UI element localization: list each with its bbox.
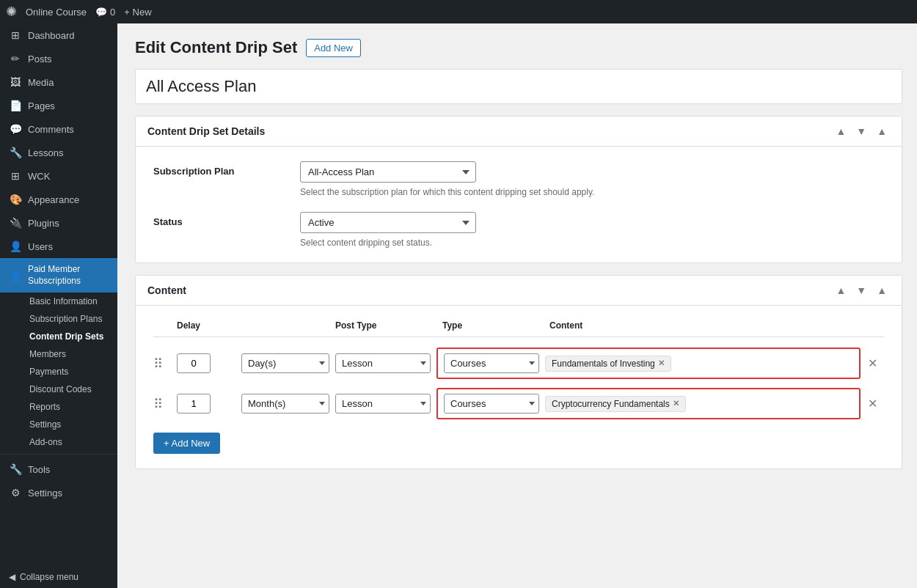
content-col-1: Fundamentals of Investing ✕: [545, 356, 853, 372]
submenu-reports[interactable]: Reports: [21, 398, 117, 416]
post-type-1: Lesson Post Page: [335, 353, 431, 373]
site-name[interactable]: Online Course: [26, 7, 87, 18]
type-content-highlight-2: Courses Categories Tags Cryptocurrency F…: [436, 388, 861, 419]
add-new-row-button[interactable]: + Add New: [153, 433, 220, 454]
submenu-subscription-plans[interactable]: Subscription Plans: [21, 310, 117, 328]
status-help: Select content dripping set status.: [300, 238, 884, 248]
submenu-add-ons[interactable]: Add-ons: [21, 433, 117, 451]
top-bar: ✺ Online Course 💬 0 + New: [0, 0, 917, 23]
drag-handle-1[interactable]: ⠿: [153, 357, 171, 370]
sidebar-label: Posts: [28, 54, 52, 65]
content-panel-down-button[interactable]: ▼: [853, 283, 869, 298]
pages-icon: 📄: [9, 100, 22, 111]
status-select[interactable]: Active Inactive: [300, 212, 476, 233]
collapse-label: Collapse menu: [20, 572, 78, 582]
type-select-1[interactable]: Courses Categories Tags: [444, 353, 539, 373]
sidebar-item-settings[interactable]: ⚙ Settings: [0, 481, 117, 504]
collapse-menu[interactable]: ◀ Collapse menu: [0, 566, 117, 588]
sidebar-label: Users: [28, 241, 53, 252]
details-panel: Content Drip Set Details ▲ ▼ ▲ Subscript…: [135, 116, 902, 263]
subscription-plan-control: All-Access Plan Basic Plan Premium Plan …: [300, 161, 884, 197]
tools-icon: 🔧: [9, 463, 22, 475]
delay-unit-select-2[interactable]: Day(s) Month(s) Year(s): [241, 394, 329, 414]
panel-close-button[interactable]: ▲: [874, 124, 890, 139]
sidebar-item-pages[interactable]: 📄 Pages: [0, 94, 117, 117]
submenu-content-drip-sets[interactable]: Content Drip Sets: [21, 328, 117, 345]
content-tag-1: Fundamentals of Investing ✕: [545, 356, 671, 372]
content-panel-up-button[interactable]: ▲: [833, 283, 849, 298]
sidebar-label: WCK: [28, 171, 50, 182]
type-content-highlight-1: Courses Categories Tags Fundamentals of …: [436, 348, 861, 379]
sidebar-item-wck[interactable]: ⊞ WCK: [0, 164, 117, 188]
status-label: Status: [153, 212, 300, 248]
wp-logo-icon[interactable]: ✺: [6, 4, 17, 20]
posts-icon: ✏: [9, 53, 22, 65]
sidebar-label: Lessons: [28, 147, 63, 158]
sidebar-label: Settings: [28, 488, 62, 499]
appearance-icon: 🎨: [9, 194, 22, 205]
paid-member-submenu: Basic Information Subscription Plans Con…: [0, 293, 117, 451]
sidebar-item-posts[interactable]: ✏ Posts: [0, 47, 117, 70]
type-select-2[interactable]: Courses Categories Tags: [444, 394, 539, 414]
new-link[interactable]: + New: [124, 7, 151, 18]
sidebar-item-media[interactable]: 🖼 Media: [0, 70, 117, 94]
day-unit-2: Day(s) Month(s) Year(s): [241, 394, 329, 414]
delay-unit-select-1[interactable]: Day(s) Month(s) Year(s): [241, 353, 329, 373]
sidebar-item-lessons[interactable]: 🔧 Lessons: [0, 141, 117, 164]
submenu-members[interactable]: Members: [21, 345, 117, 363]
status-control: Active Inactive Select content dripping …: [300, 212, 884, 248]
sidebar-item-users[interactable]: 👤 Users: [0, 235, 117, 258]
type-col-1: Courses Categories Tags: [444, 353, 539, 373]
settings-icon: ⚙: [9, 487, 22, 499]
submenu-basic-information[interactable]: Basic Information: [21, 293, 117, 310]
delete-row-2-button[interactable]: ✕: [866, 395, 879, 412]
sidebar-item-comments[interactable]: 💬 Comments: [0, 117, 117, 141]
content-tag-remove-1[interactable]: ✕: [658, 359, 665, 368]
content-tag-label-2: Cryptocurrency Fundamentals: [552, 399, 670, 409]
plugins-icon: 🔌: [9, 217, 22, 229]
sidebar-label: Media: [28, 77, 54, 88]
layout: ⊞ Dashboard ✏ Posts 🖼 Media 📄 Pages 💬 Co…: [0, 23, 917, 588]
sidebar-label: Dashboard: [28, 30, 75, 41]
collapse-icon: ◀: [9, 572, 15, 582]
sidebar-item-plugins[interactable]: 🔌 Plugins: [0, 211, 117, 235]
content-tag-2: Cryptocurrency Fundamentals ✕: [545, 396, 686, 412]
delay-input-2[interactable]: [177, 394, 211, 414]
sidebar-item-appearance[interactable]: 🎨 Appearance: [0, 188, 117, 211]
content-row-1: ⠿ Day(s) Month(s) Year(s): [153, 343, 884, 383]
delete-col-2: ✕: [866, 395, 884, 412]
content-col-2: Cryptocurrency Fundamentals ✕: [545, 396, 853, 412]
sidebar-item-paid-member[interactable]: 👤 Paid MemberSubscriptions: [0, 258, 117, 293]
content-panel-close-button[interactable]: ▲: [874, 283, 890, 298]
page-header: Edit Content Drip Set Add New: [135, 38, 902, 57]
main-content: Edit Content Drip Set Add New Content Dr…: [117, 23, 917, 588]
post-type-select-1[interactable]: Lesson Post Page: [335, 353, 431, 373]
content-tag-remove-2[interactable]: ✕: [673, 399, 679, 408]
submenu-payments[interactable]: Payments: [21, 363, 117, 381]
subscription-plan-select[interactable]: All-Access Plan Basic Plan Premium Plan: [300, 161, 476, 183]
sidebar-item-tools[interactable]: 🔧 Tools: [0, 457, 117, 481]
panel-up-button[interactable]: ▲: [833, 124, 849, 139]
sidebar-label: Comments: [28, 124, 74, 135]
content-tag-label-1: Fundamentals of Investing: [552, 359, 655, 369]
submenu-settings[interactable]: Settings: [21, 416, 117, 433]
drip-set-title-input[interactable]: [135, 69, 902, 104]
delay-input-1[interactable]: [177, 353, 211, 373]
details-panel-controls: ▲ ▼ ▲: [833, 124, 890, 139]
dashboard-icon: ⊞: [9, 29, 22, 41]
submenu-discount-codes[interactable]: Discount Codes: [21, 381, 117, 398]
panel-down-button[interactable]: ▼: [853, 124, 869, 139]
post-type-select-2[interactable]: Lesson Post Page: [335, 394, 431, 414]
delete-row-1-button[interactable]: ✕: [866, 355, 879, 372]
sidebar: ⊞ Dashboard ✏ Posts 🖼 Media 📄 Pages 💬 Co…: [0, 23, 117, 588]
sidebar-item-dashboard[interactable]: ⊞ Dashboard: [0, 23, 117, 47]
delay-field-1: [177, 353, 235, 373]
content-panel: Content ▲ ▼ ▲ Delay Post Type Type Conte…: [135, 275, 902, 469]
comments-link[interactable]: 💬 0: [95, 7, 115, 18]
drag-handle-2[interactable]: ⠿: [153, 397, 171, 411]
type-col-header: Type: [442, 320, 538, 331]
subscription-plan-label: Subscription Plan: [153, 161, 300, 197]
type-col-2: Courses Categories Tags: [444, 394, 539, 414]
add-new-button[interactable]: Add New: [306, 39, 361, 57]
comment-icon: 💬: [95, 7, 107, 18]
